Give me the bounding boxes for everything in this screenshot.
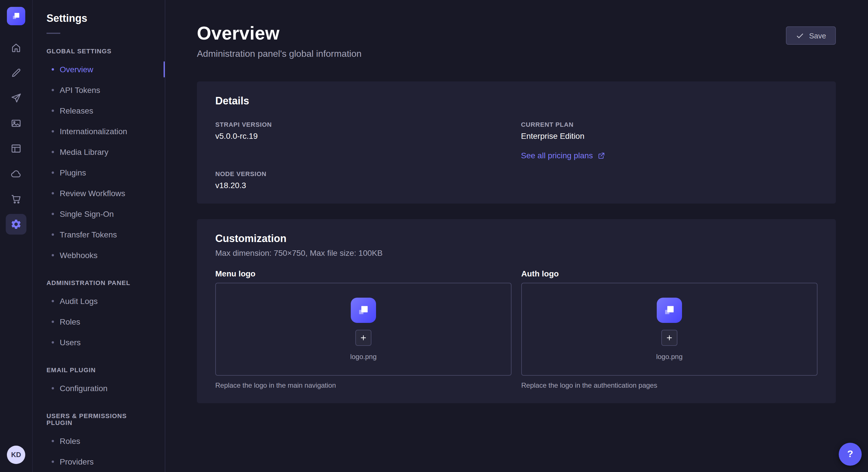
bullet-icon xyxy=(52,192,54,194)
bullet-icon xyxy=(52,89,54,91)
node-version-field: NODE VERSION v18.20.3 xyxy=(215,170,512,190)
layout-icon xyxy=(10,143,22,154)
bullet-icon xyxy=(52,321,54,323)
auth-logo-upload: Auth logo xyxy=(521,269,817,390)
sidebar-item-admin-users[interactable]: Users xyxy=(33,332,165,353)
nav-releases[interactable] xyxy=(6,88,26,108)
bullet-icon xyxy=(52,109,54,112)
main-content: Overview Administration panel's global i… xyxy=(165,0,868,472)
bullet-icon xyxy=(52,254,54,256)
sidebar-item-label: Releases xyxy=(60,106,93,115)
section-label: ADMINISTRATION PANEL xyxy=(33,279,165,286)
logo-uploads: Menu logo xyxy=(215,269,817,390)
images-icon xyxy=(10,117,22,129)
field-label: STRAPI VERSION xyxy=(215,121,512,128)
sidebar-item-email-configuration[interactable]: Configuration xyxy=(33,378,165,399)
section-administration-panel: ADMINISTRATION PANEL Audit Logs Roles Us… xyxy=(33,279,165,353)
customization-card-title: Customization xyxy=(215,233,817,245)
auth-logo-dropzone[interactable]: logo.png xyxy=(521,283,817,376)
auth-logo-hint: Replace the logo in the authentication p… xyxy=(521,381,817,390)
sidebar-item-label: Webhooks xyxy=(60,250,98,260)
menu-logo-hint: Replace the logo in the main navigation xyxy=(215,381,512,390)
sidebar-item-audit-logs[interactable]: Audit Logs xyxy=(33,291,165,311)
help-button[interactable]: ? xyxy=(839,443,862,466)
sidebar-item-label: Transfer Tokens xyxy=(60,230,117,239)
main-nav-icons xyxy=(6,37,26,235)
sidebar-item-admin-roles[interactable]: Roles xyxy=(33,311,165,332)
sidebar-item-label: Providers xyxy=(60,457,94,466)
bullet-icon xyxy=(52,171,54,174)
page-subtitle: Administration panel's global informatio… xyxy=(197,49,362,59)
subnav-title: Settings xyxy=(33,12,165,25)
settings-subnav: Settings GLOBAL SETTINGS Overview API To… xyxy=(33,0,165,472)
section-label: GLOBAL SETTINGS xyxy=(33,47,165,55)
nav-settings[interactable] xyxy=(6,214,26,235)
pricing-plans-link-label: See all pricing plans xyxy=(521,151,593,160)
subnav-divider xyxy=(46,33,60,34)
nav-media-library[interactable] xyxy=(6,113,26,134)
strapi-mark-icon xyxy=(356,303,370,317)
sidebar-item-label: Audit Logs xyxy=(60,297,98,306)
active-indicator xyxy=(164,61,165,77)
paper-plane-icon xyxy=(10,92,22,104)
sidebar-item-api-tokens[interactable]: API Tokens xyxy=(33,80,165,100)
page-title: Overview xyxy=(197,23,362,44)
section-users-permissions-plugin: USERS & PERMISSIONS PLUGIN Roles Provide… xyxy=(33,412,165,472)
nav-content-type-builder[interactable] xyxy=(6,63,26,83)
sidebar-item-transfer-tokens[interactable]: Transfer Tokens xyxy=(33,224,165,245)
cards-container: Details STRAPI VERSION v5.0.0-rc.19 NODE… xyxy=(197,81,836,403)
pricing-plans-link[interactable]: See all pricing plans xyxy=(521,151,605,160)
field-label: NODE VERSION xyxy=(215,170,512,177)
menu-logo-add-button[interactable] xyxy=(355,330,371,346)
strapi-version-field: STRAPI VERSION v5.0.0-rc.19 xyxy=(215,121,512,140)
sidebar-item-label: Internationalization xyxy=(60,127,127,136)
external-link-icon xyxy=(598,152,605,159)
upload-label: Auth logo xyxy=(521,269,817,278)
sidebar-item-label: Plugins xyxy=(60,168,86,177)
strapi-logo[interactable] xyxy=(7,7,25,25)
sidebar-item-up-roles[interactable]: Roles xyxy=(33,431,165,451)
nav-cloud[interactable] xyxy=(6,164,26,184)
sidebar-item-label: API Tokens xyxy=(60,86,100,95)
section-email-plugin: EMAIL PLUGIN Configuration xyxy=(33,367,165,399)
page-header: Overview Administration panel's global i… xyxy=(197,23,836,59)
nav-marketplace[interactable] xyxy=(6,189,26,209)
check-icon xyxy=(796,31,805,40)
sidebar-item-media-library[interactable]: Media Library xyxy=(33,142,165,162)
bullet-icon xyxy=(52,461,54,463)
strapi-mark-icon xyxy=(662,303,676,317)
sidebar-item-overview[interactable]: Overview xyxy=(33,59,165,80)
sidebar-item-internationalization[interactable]: Internationalization xyxy=(33,121,165,142)
sidebar-item-label: Users xyxy=(60,338,81,347)
menu-logo-dropzone[interactable]: logo.png xyxy=(215,283,512,376)
sidebar-item-label: Media Library xyxy=(60,147,108,157)
section-label: EMAIL PLUGIN xyxy=(33,367,165,373)
strapi-admin-app: KD Settings GLOBAL SETTINGS Overview API… xyxy=(0,0,868,472)
details-grid: STRAPI VERSION v5.0.0-rc.19 NODE VERSION… xyxy=(215,121,817,190)
bullet-icon xyxy=(52,151,54,153)
nav-home[interactable] xyxy=(6,37,26,58)
sidebar-item-webhooks[interactable]: Webhooks xyxy=(33,245,165,266)
sidebar-item-label: Overview xyxy=(60,65,93,74)
auth-logo-add-button[interactable] xyxy=(661,330,677,346)
bullet-icon xyxy=(52,233,54,236)
sidebar-item-plugins[interactable]: Plugins xyxy=(33,162,165,183)
main-nav-rail: KD xyxy=(0,0,33,472)
bullet-icon xyxy=(52,68,54,71)
nav-content-manager[interactable] xyxy=(6,138,26,159)
save-button[interactable]: Save xyxy=(786,26,836,45)
details-left-column: STRAPI VERSION v5.0.0-rc.19 NODE VERSION… xyxy=(215,121,512,190)
sidebar-item-up-providers[interactable]: Providers xyxy=(33,451,165,472)
details-card-title: Details xyxy=(215,95,817,107)
sidebar-item-releases[interactable]: Releases xyxy=(33,100,165,121)
gear-icon xyxy=(10,218,22,230)
field-value: v18.20.3 xyxy=(215,181,512,190)
details-right-column: CURRENT PLAN Enterprise Edition See all … xyxy=(521,121,817,190)
section-global-settings: GLOBAL SETTINGS Overview API Tokens Rele… xyxy=(33,47,165,266)
auth-logo-filename: logo.png xyxy=(656,353,683,361)
page-title-block: Overview Administration panel's global i… xyxy=(197,23,362,59)
sidebar-item-label: Roles xyxy=(60,317,81,326)
user-avatar[interactable]: KD xyxy=(7,446,25,464)
sidebar-item-review-workflows[interactable]: Review Workflows xyxy=(33,183,165,204)
sidebar-item-single-sign-on[interactable]: Single Sign-On xyxy=(33,204,165,224)
